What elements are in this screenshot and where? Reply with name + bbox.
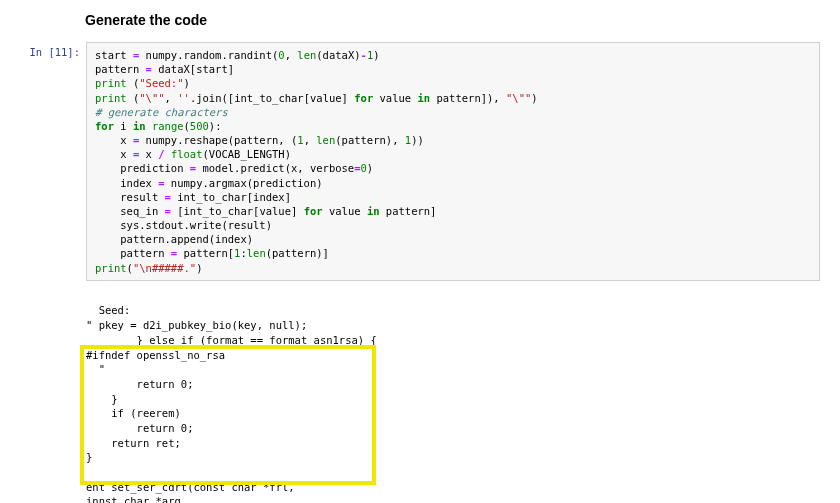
- section-title: Generate the code: [85, 12, 820, 28]
- code-input-area[interactable]: start = numpy.random.randint(0, len(data…: [86, 42, 820, 281]
- input-prompt: In [11]:: [20, 42, 86, 58]
- output-area: Seed: " pkey = d2i_pubkey_bio(key, null)…: [86, 281, 820, 503]
- code-cell: In [11]: start = numpy.random.randint(0,…: [20, 42, 820, 281]
- output-text: Seed: " pkey = d2i_pubkey_bio(key, null)…: [86, 304, 377, 503]
